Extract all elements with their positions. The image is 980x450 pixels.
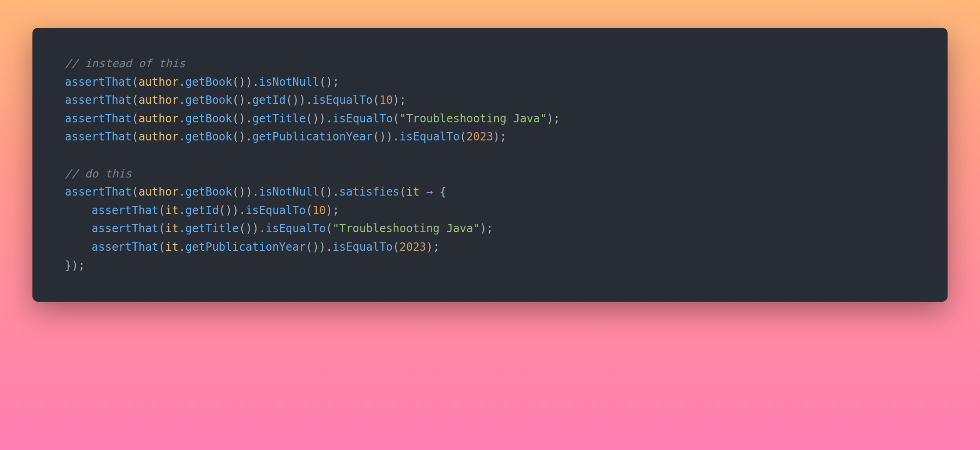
fn-assertThat: assertThat	[92, 222, 159, 235]
fn-isNotNull: isNotNull	[259, 76, 319, 89]
num-10: 10	[379, 94, 393, 107]
fn-isEqualTo: isEqualTo	[333, 241, 393, 254]
paren-open: (	[132, 185, 138, 198]
code-card: // instead of this assertThat(author.get…	[32, 28, 948, 302]
dot: .	[179, 222, 185, 235]
paren-open: (	[393, 241, 399, 254]
tail: );	[547, 112, 560, 125]
tail: );	[326, 204, 339, 217]
fn-getPublicationYear: getPublicationYear	[252, 130, 373, 143]
brace-open: {	[440, 185, 446, 198]
paren-open: (	[158, 241, 165, 254]
paren-open: (	[132, 112, 138, 125]
fn-assertThat: assertThat	[65, 76, 132, 89]
parens: ()	[232, 112, 245, 125]
fn-isEqualTo: isEqualTo	[245, 204, 306, 217]
dot: .	[393, 130, 399, 143]
num-10: 10	[313, 204, 326, 217]
id-author: author	[138, 185, 179, 198]
tail: );	[480, 222, 493, 235]
dot: .	[179, 94, 185, 107]
tail: ();	[319, 76, 339, 89]
dot: .	[252, 76, 259, 89]
dot: .	[306, 94, 312, 107]
dot: .	[259, 222, 265, 235]
space	[420, 185, 426, 198]
paren-open: (	[132, 130, 138, 143]
fn-isNotNull: isNotNull	[259, 185, 319, 198]
id-it: it	[406, 185, 420, 198]
fn-getBook: getBook	[185, 112, 232, 125]
tail: );	[71, 259, 85, 272]
paren-open: (	[393, 112, 399, 125]
paren-open: (	[158, 204, 165, 217]
parens: ())	[232, 76, 252, 89]
parens: ()	[232, 94, 245, 107]
parens: ())	[306, 112, 326, 125]
fn-isEqualTo: isEqualTo	[333, 112, 393, 125]
fn-getPublicationYear: getPublicationYear	[185, 241, 306, 254]
brace-close: }	[65, 259, 71, 272]
space	[433, 185, 440, 198]
id-author: author	[138, 94, 179, 107]
str-title: "Troubleshooting Java"	[333, 222, 480, 235]
id-author: author	[138, 130, 179, 143]
paren-open: (	[132, 94, 138, 107]
dot: .	[239, 204, 245, 217]
fn-assertThat: assertThat	[65, 94, 132, 107]
str-title: "Troubleshooting Java"	[400, 112, 547, 125]
parens: ())	[373, 130, 393, 143]
dot: .	[179, 185, 185, 198]
fn-assertThat: assertThat	[92, 241, 159, 254]
fn-isEqualTo: isEqualTo	[400, 130, 460, 143]
dot: .	[179, 76, 185, 89]
dot: .	[179, 241, 185, 254]
parens: ())	[239, 222, 259, 235]
id-it: it	[165, 222, 179, 235]
parens: ())	[232, 185, 252, 198]
tail: );	[393, 94, 406, 107]
paren-open: (	[400, 185, 406, 198]
parens: ())	[286, 94, 306, 107]
dot: .	[179, 130, 185, 143]
id-author: author	[138, 76, 179, 89]
fn-assertThat: assertThat	[65, 112, 132, 125]
fn-assertThat: assertThat	[92, 204, 159, 217]
dot: .	[326, 112, 333, 125]
paren-open: (	[132, 76, 138, 89]
paren-open: (	[158, 222, 165, 235]
dot: .	[179, 112, 185, 125]
fn-isEqualTo: isEqualTo	[313, 94, 373, 107]
parens: ()	[319, 185, 333, 198]
id-it: it	[165, 241, 179, 254]
fn-assertThat: assertThat	[65, 130, 132, 143]
paren-open: (	[460, 130, 466, 143]
id-it: it	[165, 204, 179, 217]
dot: .	[245, 94, 252, 107]
fn-getBook: getBook	[185, 76, 232, 89]
dot: .	[245, 112, 252, 125]
parens: ())	[219, 204, 239, 217]
paren-open: (	[306, 204, 312, 217]
fn-assertThat: assertThat	[65, 185, 132, 198]
fn-getTitle: getTitle	[252, 112, 306, 125]
fn-getId: getId	[252, 94, 286, 107]
paren-open: (	[326, 222, 333, 235]
paren-open: (	[373, 94, 379, 107]
fn-getTitle: getTitle	[185, 222, 239, 235]
dot: .	[333, 185, 339, 198]
fn-getBook: getBook	[185, 130, 232, 143]
fn-isEqualTo: isEqualTo	[266, 222, 326, 235]
parens: ()	[232, 130, 245, 143]
num-2023: 2023	[466, 130, 493, 143]
tail: );	[493, 130, 507, 143]
dot: .	[179, 204, 185, 217]
fn-getBook: getBook	[185, 94, 232, 107]
arrow-icon: →	[426, 185, 433, 198]
code-block: // instead of this assertThat(author.get…	[65, 55, 915, 275]
dot: .	[252, 185, 259, 198]
fn-getId: getId	[185, 204, 219, 217]
comment-do-this: // do this	[65, 167, 132, 180]
num-2023: 2023	[400, 241, 427, 254]
dot: .	[245, 130, 252, 143]
